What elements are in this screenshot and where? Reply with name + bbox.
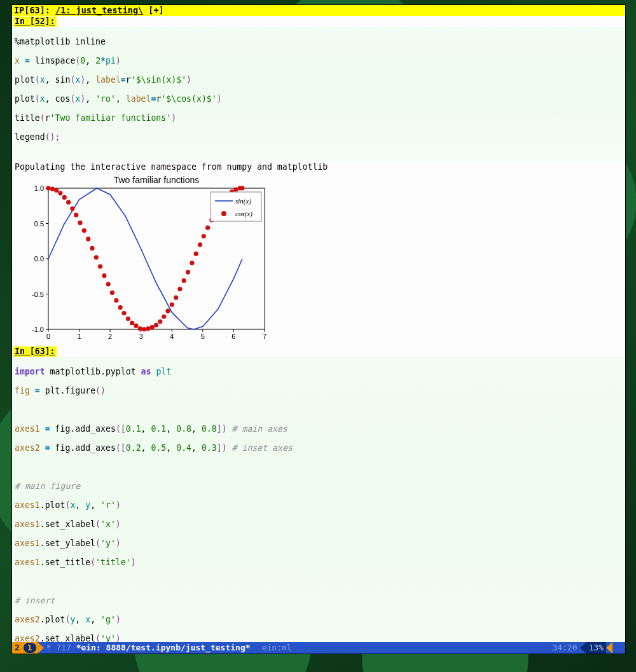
svg-text:-0.5: -0.5 [32,291,44,298]
svg-point-37 [82,228,86,233]
svg-point-29 [50,187,55,191]
fn-sin: sin [55,75,71,85]
comment: # insert [15,596,55,605]
svg-point-55 [154,323,158,327]
svg-point-48 [126,317,130,321]
sb-percent: 13% [586,642,606,654]
module: matplotlib.pyplot [50,367,136,376]
comment: # main axes [232,424,287,434]
num: 0.1 [151,424,166,434]
string: 'Two familiar functions' [50,113,172,123]
num: 0.4 [176,443,191,453]
code-input[interactable]: %matplotlib inline x = linspace(0, 2*pi)… [13,27,624,161]
svg-text:5: 5 [201,333,205,340]
var: fig [15,386,30,395]
num: 2 [95,56,100,65]
svg-point-66 [198,242,202,247]
sb-buffer-name[interactable]: *ein: 8888/test.ipynb/just_testing* [76,643,251,652]
svg-text:1: 1 [78,333,81,340]
svg-point-75 [233,188,238,192]
svg-point-31 [58,191,62,195]
svg-text:1.0: 1.0 [34,184,44,192]
comment: # inset axes [232,443,293,453]
fn-title: title [15,113,40,123]
svg-point-40 [94,255,99,259]
svg-point-61 [177,287,182,291]
svg-point-58 [165,309,170,313]
svg-point-53 [146,326,150,331]
svg-point-47 [121,311,126,315]
cell-prompt: In [52]: [13,17,57,27]
sb-major-mode: ein:ml [259,642,294,654]
cell-stdout: Populating the interactive namespace fro… [13,161,624,172]
tab-current[interactable]: /1: just_testing\ [55,5,143,15]
num: 0.8 [202,424,217,434]
fn-legend: legend [15,132,45,142]
sb-workspace-num[interactable]: 2 [12,642,22,654]
svg-text:0: 0 [46,333,50,340]
chevron-left-icon [543,642,550,654]
svg-text:7: 7 [263,333,266,340]
svg-point-81 [221,211,226,216]
kw-import: import [15,367,45,376]
const-pi: pi [106,56,116,65]
cell-52: In [52]: %matplotlib inline x = linspace… [13,17,624,343]
svg-text:0.5: 0.5 [34,220,44,228]
sb-modified: * [46,643,52,652]
emacs-window: IP[63]: /1: just_testing\ [+] In [52]: %… [11,4,626,654]
svg-point-57 [162,314,166,319]
cell-63: In [63]: import matplotlib.pyplot as plt… [13,346,624,642]
code-input[interactable]: import matplotlib.pyplot as plt fig = pl… [13,357,624,642]
svg-point-34 [70,207,74,211]
svg-point-65 [194,252,198,256]
string: '$\cos(x)$' [161,94,216,104]
svg-point-60 [174,296,178,300]
paren: (); [45,132,60,142]
svg-text:0.0: 0.0 [34,255,44,263]
svg-point-63 [186,270,190,275]
kwarg: label [95,75,121,85]
svg-text:cos(x): cos(x) [235,210,252,218]
comment: # main figure [15,481,80,491]
svg-point-33 [66,200,71,205]
svg-text:4: 4 [170,333,174,340]
num: 0.1 [126,424,141,434]
chevron-left-icon [580,642,586,654]
svg-point-36 [78,221,82,225]
var: axes1 [15,424,40,434]
arg: x [40,75,45,85]
num: 0.5 [151,443,166,453]
chevron-right-icon [38,642,44,654]
tab-add[interactable]: [+] [148,5,163,15]
num: 0.2 [126,443,141,453]
svg-text:6: 6 [232,333,235,340]
svg-point-32 [62,195,67,200]
tab-bar[interactable]: IP[63]: /1: just_testing\ [+] [12,5,625,16]
fn-cos: cos [55,94,71,104]
plot-two-functions: Two familiar functions -1.0-0.50.00.51.0… [13,174,268,343]
fn-plot: plot [15,94,35,104]
num: 0.8 [176,424,191,434]
svg-point-44 [110,291,114,295]
num: 0 [80,56,85,65]
svg-point-42 [102,273,106,278]
svg-point-38 [86,237,90,241]
var: axes2 [15,443,40,453]
cell-prompt: In [63]: [13,346,57,357]
svg-point-68 [205,226,210,230]
svg-point-49 [130,320,134,325]
svg-text:-1.0: -1.0 [32,326,44,333]
svg-point-54 [150,325,155,329]
fn-linspace: linspace [35,56,76,65]
svg-text:2: 2 [108,333,112,340]
sb-window-num[interactable]: 1 [24,643,36,653]
chevron-left-icon [606,642,612,654]
kw-as: as [141,367,151,376]
svg-point-51 [138,326,142,331]
svg-point-64 [190,261,194,265]
var-x: x [15,56,20,65]
notebook-buffer[interactable]: In [52]: %matplotlib inline x = linspace… [13,16,624,642]
string: '$\sin(x)$' [131,75,186,85]
svg-point-39 [90,246,94,250]
svg-point-62 [182,278,186,283]
